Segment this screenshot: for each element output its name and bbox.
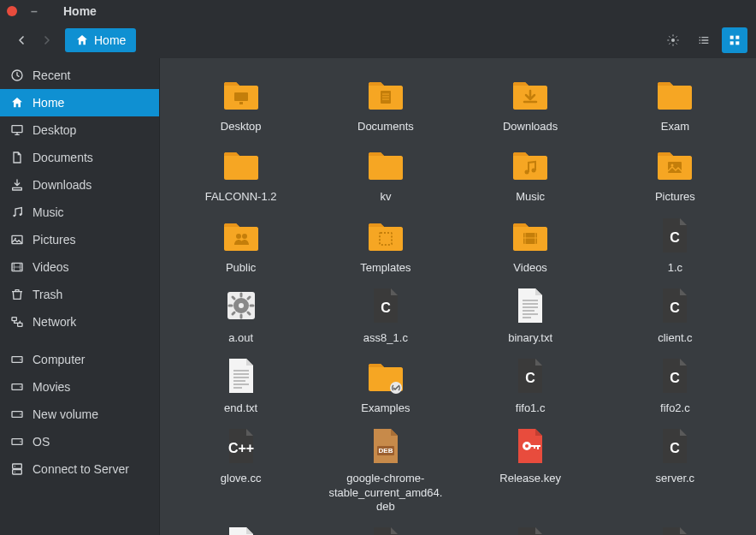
svg-rect-53 bbox=[534, 445, 535, 449]
folder-icon bbox=[221, 74, 262, 115]
file-item[interactable]: Cfifo2.c bbox=[608, 355, 741, 415]
minimize-icon[interactable]: – bbox=[29, 6, 39, 16]
sidebar-item-videos[interactable]: Videos bbox=[0, 253, 159, 281]
file-item[interactable]: Examples bbox=[319, 355, 452, 415]
sidebar-item-label: Computer bbox=[32, 353, 85, 366]
file-item[interactable]: Downloads bbox=[464, 74, 597, 134]
svg-point-34 bbox=[242, 234, 247, 239]
file-item[interactable]: Pictures bbox=[608, 144, 741, 204]
sidebar-item-os[interactable]: OS bbox=[0, 428, 159, 455]
file-item[interactable]: end.txt bbox=[174, 355, 308, 415]
file-label: kv bbox=[380, 190, 391, 204]
file-item[interactable]: Videos bbox=[464, 215, 597, 275]
svg-text:C: C bbox=[670, 441, 681, 455]
svg-text:C: C bbox=[670, 371, 681, 385]
sidebar-item-music[interactable]: Music bbox=[0, 199, 159, 226]
close-icon[interactable] bbox=[7, 6, 17, 16]
file-item[interactable]: Music bbox=[464, 144, 597, 204]
server-icon bbox=[10, 462, 24, 476]
file-item[interactable]: Cass8_1.c bbox=[319, 285, 452, 345]
text-icon bbox=[510, 285, 551, 326]
sidebar-item-home[interactable]: Home bbox=[0, 89, 159, 116]
file-pane[interactable]: DesktopDocumentsDownloadsExamFALCONN-1.2… bbox=[160, 58, 756, 535]
file-item[interactable]: C bbox=[464, 524, 597, 535]
sidebar-item-network[interactable]: Network bbox=[0, 308, 159, 336]
home-icon bbox=[10, 96, 24, 110]
cfile-icon: C bbox=[365, 524, 406, 535]
list-view-button[interactable] bbox=[691, 27, 717, 53]
back-button[interactable] bbox=[9, 27, 34, 53]
text-icon bbox=[221, 524, 262, 535]
file-item[interactable]: Desktop bbox=[174, 74, 308, 134]
file-item[interactable]: Templates bbox=[319, 215, 452, 275]
file-item[interactable]: binary.txt bbox=[464, 285, 597, 345]
file-item[interactable]: kv bbox=[319, 144, 452, 204]
pictures-icon bbox=[10, 233, 24, 247]
forward-button[interactable] bbox=[34, 27, 60, 53]
download-icon bbox=[10, 178, 24, 192]
icon-view-button[interactable] bbox=[722, 27, 747, 53]
file-item[interactable]: a.out bbox=[174, 285, 308, 345]
svg-rect-12 bbox=[12, 318, 16, 321]
sidebar-item-pictures[interactable]: Pictures bbox=[0, 226, 159, 253]
file-item[interactable]: Cclient.c bbox=[608, 285, 741, 345]
music-icon bbox=[10, 205, 24, 219]
svg-text:C: C bbox=[381, 300, 391, 315]
sidebar-item-label: Videos bbox=[32, 260, 69, 274]
sidebar-item-label: OS bbox=[32, 435, 50, 449]
folder-icon bbox=[365, 144, 406, 185]
file-item[interactable]: Cserver.c bbox=[608, 425, 741, 514]
desktop-icon bbox=[10, 123, 24, 137]
svg-text:C: C bbox=[525, 371, 535, 385]
sidebar-item-new-volume[interactable]: New volume bbox=[0, 401, 159, 428]
file-label: Desktop bbox=[221, 120, 262, 134]
file-item[interactable]: Release.key bbox=[464, 425, 597, 514]
sidebar-item-connect-to-server[interactable]: Connect to Server bbox=[0, 455, 159, 483]
file-item[interactable]: C bbox=[319, 524, 452, 535]
file-item[interactable]: DEBgoogle-chrome-stable_current_amd64.de… bbox=[319, 425, 452, 514]
sidebar-item-downloads[interactable]: Downloads bbox=[0, 171, 159, 199]
file-item[interactable] bbox=[174, 524, 308, 535]
sidebar-item-label: Connect to Server bbox=[32, 462, 129, 476]
path-home-button[interactable]: Home bbox=[65, 28, 136, 52]
file-label: Examples bbox=[361, 401, 410, 415]
sidebar-item-computer[interactable]: Computer bbox=[0, 346, 159, 373]
svg-rect-23 bbox=[13, 470, 22, 474]
file-item[interactable]: Exam bbox=[608, 74, 741, 134]
cppfile-icon: C++ bbox=[221, 425, 262, 467]
sidebar-item-movies[interactable]: Movies bbox=[0, 373, 159, 401]
cfile-icon: C bbox=[654, 215, 695, 256]
location-button[interactable] bbox=[660, 27, 686, 53]
text-icon bbox=[221, 355, 262, 396]
svg-text:C: C bbox=[670, 300, 681, 315]
file-label: fifo1.c bbox=[516, 401, 546, 415]
svg-point-8 bbox=[20, 213, 22, 216]
trash-icon bbox=[10, 288, 24, 301]
svg-rect-4 bbox=[735, 41, 739, 45]
svg-point-33 bbox=[236, 234, 241, 239]
svg-rect-2 bbox=[735, 36, 739, 39]
sidebar-item-recent[interactable]: Recent bbox=[0, 62, 159, 89]
file-item[interactable]: Cfifo1.c bbox=[464, 355, 597, 415]
folder-icon bbox=[654, 144, 695, 185]
folder-icon bbox=[365, 74, 406, 115]
file-item[interactable]: Documents bbox=[319, 74, 452, 134]
file-item[interactable]: C++glove.cc bbox=[174, 425, 308, 514]
file-item[interactable]: FALCONN-1.2 bbox=[174, 144, 308, 204]
file-item[interactable]: C1.c bbox=[608, 215, 741, 275]
file-label: Release.key bbox=[499, 472, 561, 485]
sidebar-item-label: Recent bbox=[32, 68, 70, 82]
file-label: Templates bbox=[360, 261, 410, 275]
sidebar-item-desktop[interactable]: Desktop bbox=[0, 116, 159, 144]
sidebar-item-documents[interactable]: Documents bbox=[0, 144, 159, 171]
file-label: Videos bbox=[513, 261, 547, 275]
svg-text:C: C bbox=[670, 230, 681, 245]
svg-rect-3 bbox=[730, 41, 734, 45]
file-item[interactable]: C bbox=[608, 524, 741, 535]
sidebar-item-trash[interactable]: Trash bbox=[0, 281, 159, 308]
svg-point-29 bbox=[525, 170, 529, 175]
sidebar: RecentHomeDesktopDocumentsDownloadsMusic… bbox=[0, 58, 160, 535]
svg-rect-52 bbox=[537, 445, 539, 449]
file-item[interactable]: Public bbox=[174, 215, 308, 275]
svg-point-40 bbox=[239, 303, 244, 308]
